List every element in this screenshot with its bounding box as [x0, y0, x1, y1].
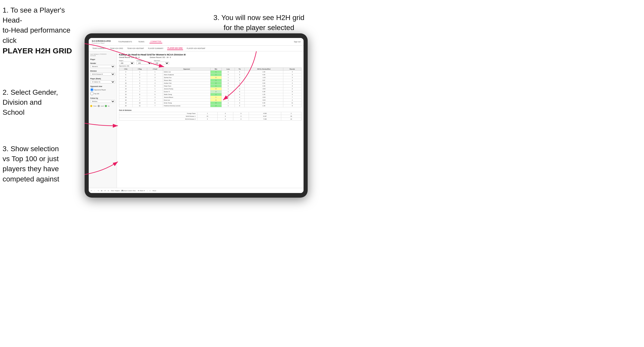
legend-up-dot [105, 105, 107, 107]
instruction-mid-left: 2. Select Gender, Division and School [3, 87, 79, 118]
sidebar-gender-select[interactable]: Women's [90, 65, 115, 68]
col-conf: # Conf [147, 68, 163, 71]
sidebar-legend: Down Level Up [90, 105, 115, 107]
sidebar-division-section: Division NCAA Division III [90, 70, 115, 76]
bottom-toolbar: ↩ ← ↪ ⊞ ↺ ⊙ View: Original 💾 Save Custom… [89, 188, 304, 193]
instruction-top-left: 1. To see a Player's Head- to-Head perfo… [3, 5, 85, 56]
sidebar-colour-label: Colour by [90, 97, 115, 99]
sidebar-radio-group: Opponents Played Top 100 [90, 88, 115, 95]
col-win: Win [210, 68, 222, 71]
data-area: Katelyn Vo Head-to-Head Grid for Women's… [117, 51, 304, 188]
nav-item-tournaments[interactable]: TOURNAMENTS [117, 40, 133, 43]
out-div-row: NCAA Division 2 5 0 0 7.400 10 [119, 118, 301, 121]
filter-conference: Conference (All) [136, 60, 152, 65]
out-of-division-header: Out of division [119, 109, 301, 111]
nav-logo: SCOREBOARD Powered by clippd [92, 40, 111, 44]
toolbar-view[interactable]: ⊙ [108, 190, 109, 191]
table-row: 20 11 7 Federica Domecq Lacroze 2 1 0 1.… [119, 104, 301, 107]
sub-nav-player-h2h-heatmap[interactable]: PLAYER H2H HEATMAP [186, 47, 206, 50]
table-row: 9 1 4 Sharon Mun 1 0 0 3.67 3 [119, 79, 301, 82]
col-diff: Diff Av Strokes/Rnd [245, 68, 283, 71]
instruction-bot-left: 3. Show selection vs Top 100 or just pla… [3, 144, 82, 184]
nav-item-teams[interactable]: TEAMS [137, 40, 145, 43]
toolbar-adjust[interactable]: ↕ [147, 190, 148, 191]
table-row: 11 2 5 Heejo Hyun 1 0 0 3.33 3 [119, 85, 301, 88]
sub-nav-team-h2h-heatmap[interactable]: TEAM H2H HEATMAP [127, 47, 145, 50]
opponents-label: Opponents: (All) [119, 65, 301, 67]
sidebar: Last Updated: 27/03/202416:55:38 Player … [89, 51, 117, 188]
col-reg: # Reg [133, 68, 147, 71]
tablet: SCOREBOARD Powered by clippd TOURNAMENTS… [85, 33, 308, 198]
toolbar-back[interactable]: ← [94, 190, 96, 191]
division-record: Division Record: 331 - 34 - 6 [150, 56, 171, 58]
toolbar-save-custom[interactable]: 💾 Save Custom View [122, 190, 136, 191]
sidebar-radio-top100[interactable]: Top 100 [90, 92, 115, 95]
overall-record: Overall Record: 353 - 34 - 6 [119, 56, 139, 58]
legend-level-dot [98, 105, 100, 107]
sidebar-colour-select[interactable]: Win/loss [90, 100, 115, 103]
sidebar-division-select[interactable]: NCAA Division III [90, 73, 115, 76]
sub-nav-player-summary[interactable]: PLAYER SUMMARY [148, 47, 164, 50]
h2h-records: Overall Record: 353 - 34 - 6 Division Re… [119, 56, 301, 58]
table-row: 18 2 2 Euna Lee 0 1 0 -5.00 2 [119, 99, 301, 102]
filter-row: Region (All) Conference (All) Opponent (… [119, 60, 301, 65]
sidebar-gender-section: Gender Women's [90, 62, 115, 68]
nav-logo-title: SCOREBOARD [92, 40, 111, 42]
sidebar-opponent-view-section: Opponent view Opponents Played Top 100 [90, 85, 115, 95]
col-loss: Loss [222, 68, 235, 71]
sidebar-timestamp: Last Updated: 27/03/202416:55:38 [90, 53, 115, 56]
filter-opponent: Opponent (All) [154, 60, 169, 65]
toolbar-redo[interactable]: ↪ [98, 190, 99, 191]
sidebar-opponent-view-label: Opponent view [90, 85, 115, 87]
filter-region: Region (All) [119, 60, 134, 65]
sidebar-player-label: Player [90, 59, 115, 60]
toolbar-share[interactable]: Share [153, 190, 156, 191]
out-div-row: NAIA Division 1 15 0 0 9.267 30 [119, 115, 301, 118]
sub-nav-team-summary[interactable]: TEAM SUMMARY [92, 47, 106, 50]
toolbar-undo[interactable]: ↩ [91, 190, 92, 191]
sidebar-division-label: Division [90, 70, 115, 72]
sidebar-radio-opponents[interactable]: Opponents Played [90, 88, 115, 91]
sidebar-gender-label: Gender [90, 62, 115, 64]
toolbar-menu[interactable]: ≡ [149, 190, 150, 191]
sub-nav-team-h2h-grid[interactable]: TEAM H2H GRID [109, 47, 124, 50]
col-opponent: Opponent [163, 68, 210, 71]
table-row: 13 1 1 Jessica Huang 0 1 0 -3.00 2 [119, 88, 301, 90]
table-row: 19 10 6 Emily Chang 4 1 0 0.30 11 [119, 102, 301, 104]
table-row: 10 6 3 Andrea York 2 0 0 4.00 4 [119, 82, 301, 85]
table-row: 6 3 3 Sydney Kuo 0 1 0 -1.00 3 [119, 76, 301, 79]
table-row: 3 1 1 Esther Lee 1 0 0 1.50 4 [119, 71, 301, 73]
nav-item-committee[interactable]: COMMITTEE [149, 40, 162, 43]
col-tie: Tie [235, 68, 245, 71]
table-row: 15 8 5 Stella Cheng 1 0 0 1.25 4 [119, 93, 301, 96]
toolbar-refresh[interactable]: ↺ [104, 190, 106, 191]
sub-nav-player-h2h-grid[interactable]: PLAYER H2H GRID [167, 47, 183, 50]
legend-up-label: Up [108, 105, 109, 107]
toolbar-view-original[interactable]: View: Original [111, 190, 120, 191]
main-data-table: # Div # Reg # Conf Opponent Win Loss Tie… [119, 68, 301, 107]
tablet-screen: SCOREBOARD Powered by clippd TOURNAMENTS… [89, 38, 304, 193]
toolbar-grid[interactable]: ⊞ [101, 190, 102, 191]
filter-region-select[interactable]: (All) [119, 62, 134, 65]
nav-logo-sub: Powered by clippd [92, 42, 111, 44]
main-content: Last Updated: 27/03/202416:55:38 Player … [89, 51, 304, 188]
nav-bar: SCOREBOARD Powered by clippd TOURNAMENTS… [89, 38, 304, 46]
sidebar-player-rank-section: Player (Rank) 8. Katelyn Vo [90, 78, 115, 83]
sidebar-player-rank-select[interactable]: 8. Katelyn Vo [90, 80, 115, 83]
out-of-div-table: Foreign Team 1 0 0 4.500 2 NAIA Division… [119, 112, 301, 121]
out-div-row: Foreign Team 1 0 0 4.500 2 [119, 112, 301, 115]
nav-sign-out[interactable]: Sign out [294, 41, 300, 43]
instruction-top-right: 3. You will now see H2H grid for the pla… [195, 3, 323, 33]
h2h-title: Katelyn Vo Head-to-Head Grid for Women's… [119, 53, 301, 56]
filter-conference-select[interactable]: (All) [136, 62, 152, 65]
sub-nav: TEAM SUMMARY TEAM H2H GRID TEAM H2H HEAT… [89, 46, 304, 51]
table-row: 14 7 4 Eunice Yi 2 2 0 0.38 9 [119, 90, 301, 93]
table-row: 16 1 3 Jessica Mason 1 2 0 -0.94 7 [119, 96, 301, 99]
toolbar-watch[interactable]: 👁 Watch ▾ [138, 190, 145, 191]
col-div: # Div [119, 68, 133, 71]
col-rounds: Rounds [283, 68, 301, 71]
sidebar-player-rank-label: Player (Rank) [90, 78, 115, 80]
legend-down-label: Down [93, 105, 97, 107]
filter-opponent-select[interactable]: (All) [154, 62, 169, 65]
table-row: 5 2 2 Alexis Sudjianto 1 0 0 4.00 3 [119, 73, 301, 76]
